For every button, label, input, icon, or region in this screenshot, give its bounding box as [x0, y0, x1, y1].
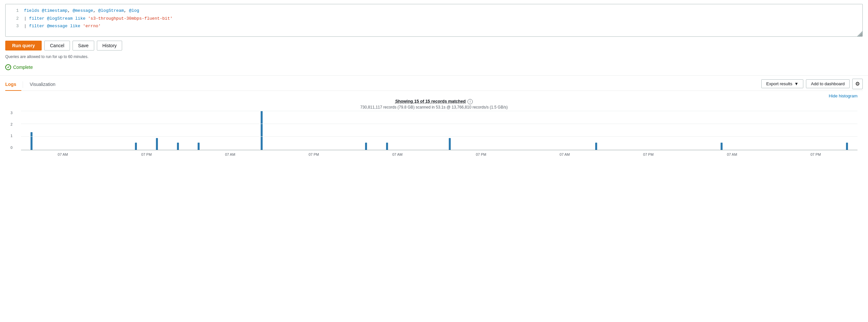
x-label-07am-1: 07 AM — [58, 152, 68, 156]
code-content-3: | filter @message like 'errno' — [24, 23, 101, 30]
save-button[interactable]: Save — [72, 41, 94, 50]
x-label-group: 07 PM — [105, 151, 188, 157]
export-results-button[interactable]: Export results ▼ — [761, 79, 803, 88]
bar — [449, 138, 451, 150]
bar-group — [607, 111, 628, 150]
bar — [31, 132, 32, 150]
x-label-07am-2: 07 AM — [225, 152, 235, 156]
tab-logs[interactable]: Logs — [5, 78, 21, 91]
bar-group — [565, 111, 586, 150]
status-check-icon — [5, 64, 11, 70]
x-axis-labels: 07 AM 07 PM 07 AM 07 PM 07 AM 07 PM 07 A… — [5, 150, 863, 157]
bar-group — [460, 111, 481, 150]
x-label-07pm-1: 07 PM — [141, 152, 152, 156]
bar-group — [816, 111, 837, 150]
tabs-row: Logs Visualization Export results ▼ Add … — [5, 76, 863, 91]
bar-group — [251, 111, 272, 150]
info-icon[interactable]: i — [467, 99, 473, 104]
y-label-1: 1 — [10, 134, 12, 138]
bar-group — [502, 111, 523, 150]
x-label-07pm-5: 07 PM — [811, 152, 821, 156]
history-button[interactable]: History — [97, 41, 122, 50]
histogram-header: Showing 15 of 15 records matched i 730,8… — [5, 94, 863, 111]
status-complete: Complete — [0, 62, 868, 75]
bar-group — [795, 111, 816, 150]
tab-visualization[interactable]: Visualization — [24, 78, 60, 91]
bar-group — [84, 111, 105, 150]
cancel-button[interactable]: Cancel — [44, 41, 70, 50]
chart-inner — [21, 111, 858, 150]
line-number-2: 2 — [9, 15, 19, 22]
bar-group — [105, 111, 126, 150]
x-label-group: 07 PM — [272, 151, 355, 157]
code-line-3: 3 | filter @message like 'errno' — [6, 22, 862, 30]
settings-button[interactable]: ⚙ — [852, 79, 863, 89]
x-label-07pm-2: 07 PM — [309, 152, 319, 156]
bar-group — [439, 111, 460, 150]
bar — [721, 143, 722, 149]
bar-group — [21, 111, 42, 150]
code-editor[interactable]: 1 fields @timestamp, @message, @logStrea… — [5, 4, 863, 37]
resize-handle[interactable] — [857, 31, 862, 36]
info-text: Queries are allowed to run for up to 60 … — [0, 55, 868, 62]
histogram-subtitle: 730,811,117 records (79.8 GB) scanned in… — [5, 105, 863, 109]
line-number-3: 3 — [9, 23, 19, 30]
bar — [198, 143, 199, 149]
code-content-1: fields @timestamp, @message, @logStream,… — [24, 7, 139, 14]
code-line-1: 1 fields @timestamp, @message, @logStrea… — [6, 7, 862, 15]
bar-group — [355, 111, 377, 150]
grid-line-3 — [21, 111, 858, 111]
bar — [595, 143, 597, 149]
toolbar: Run query Cancel Save History — [0, 37, 868, 55]
y-label-3: 3 — [10, 111, 12, 115]
bar — [261, 111, 262, 150]
bar — [156, 138, 158, 150]
x-label-group: 07 AM — [188, 151, 272, 157]
x-label-group: 07 AM — [690, 151, 774, 157]
x-label-07am-5: 07 AM — [727, 152, 737, 156]
bar — [177, 143, 179, 149]
bar-group — [209, 111, 230, 150]
x-label-group: 07 AM — [21, 151, 105, 157]
bar-group — [690, 111, 711, 150]
x-label-group: 07 AM — [523, 151, 607, 157]
bar-group — [670, 111, 690, 150]
x-label-group: 07 PM — [607, 151, 690, 157]
bar-group — [147, 111, 167, 150]
run-query-button[interactable]: Run query — [5, 41, 42, 50]
tab-separator — [23, 81, 23, 88]
y-label-0: 0 — [10, 146, 12, 149]
bar-group — [836, 111, 858, 150]
hide-histogram-link[interactable]: Hide histogram — [829, 94, 858, 98]
editor-section: 1 fields @timestamp, @message, @logStrea… — [0, 0, 868, 37]
x-label-group: 07 PM — [774, 151, 858, 157]
x-label-group: 07 AM — [355, 151, 439, 157]
bar — [365, 143, 367, 149]
y-label-2: 2 — [10, 122, 12, 126]
x-label-07pm-3: 07 PM — [476, 152, 486, 156]
y-axis-labels: 3 2 1 0 — [10, 111, 12, 150]
add-to-dashboard-button[interactable]: Add to dashboard — [806, 79, 849, 88]
bar-group — [648, 111, 670, 150]
bar-group — [586, 111, 607, 150]
bar-group — [188, 111, 210, 150]
status-label: Complete — [13, 65, 33, 70]
bar-group — [418, 111, 439, 150]
grid-line-2 — [21, 123, 858, 124]
bar — [846, 143, 848, 149]
bar-group — [230, 111, 251, 150]
bar-group — [544, 111, 565, 150]
x-label-07am-4: 07 AM — [560, 152, 570, 156]
tabs-actions: Export results ▼ Add to dashboard ⚙ — [761, 79, 863, 91]
x-label-07pm-4: 07 PM — [643, 152, 654, 156]
bar-group — [42, 111, 63, 150]
bar-group — [398, 111, 418, 150]
bar-group — [293, 111, 314, 150]
bar-group — [753, 111, 774, 150]
bar — [135, 143, 137, 149]
bar-group — [481, 111, 502, 150]
code-content-2: | filter @logStream like 's3-throughput-… — [24, 15, 173, 22]
x-label-07am-3: 07 AM — [392, 152, 402, 156]
bar — [386, 143, 388, 149]
chart-area: 3 2 1 0 — [5, 111, 863, 150]
